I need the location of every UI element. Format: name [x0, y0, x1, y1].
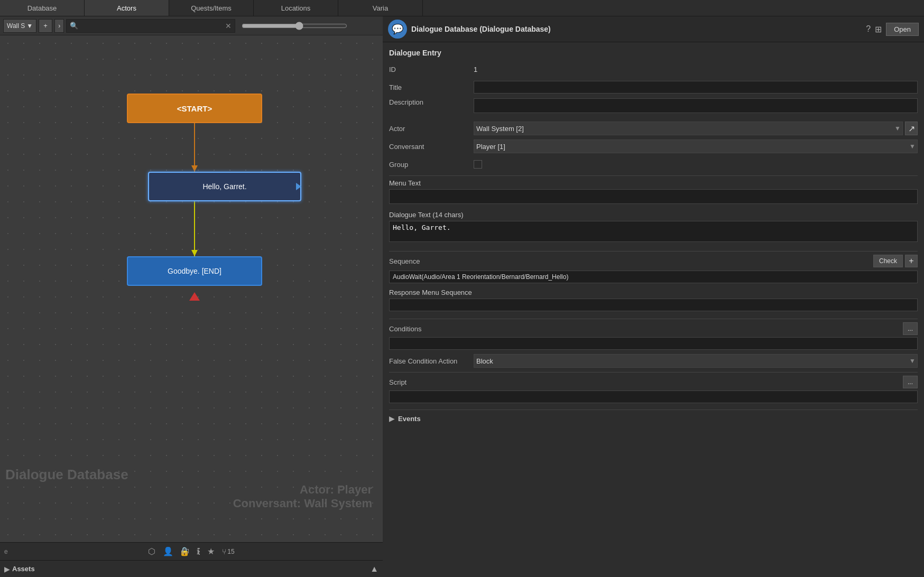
description-row: Description	[389, 98, 918, 117]
branch-count: ⑂ 15	[222, 547, 234, 556]
events-section[interactable]: ▶ Events	[389, 410, 918, 427]
branch-count-value: 15	[227, 548, 234, 555]
add-conversation-button[interactable]: +	[39, 19, 52, 33]
node-start-label: <START>	[177, 104, 212, 113]
assets-chevron-icon[interactable]: ▶	[4, 565, 10, 573]
sequence-input[interactable]: AudioWait(Audio/Area 1 Reorientation/Ber…	[389, 271, 918, 283]
canvas-area[interactable]: <START> Hello, Garret. Goodbye. [END] Di…	[0, 35, 383, 542]
conversant-select[interactable]: Player [1]	[474, 139, 918, 153]
close-icon[interactable]: ✕	[225, 22, 232, 30]
conditions-input[interactable]	[389, 337, 918, 350]
id-value: 1	[474, 66, 918, 73]
actor-label: Actor	[389, 125, 474, 133]
title-input[interactable]	[474, 81, 918, 94]
description-input[interactable]	[474, 98, 918, 113]
canvas-toolbar: Wall S ▼ + › 🔍 ✕	[0, 16, 383, 35]
search-input[interactable]	[80, 22, 225, 30]
tab-locations-label: Locations	[281, 4, 311, 12]
assets-up-arrow-icon[interactable]: ▲	[370, 564, 378, 574]
script-button[interactable]: ...	[903, 376, 918, 388]
canvas-bottom-bar: e 🔒 ⋮ ⬡ 👤 🏷 ℹ ★ ⑂ 15	[0, 542, 383, 560]
group-label: Group	[389, 161, 474, 169]
conditions-row: Conditions ...	[389, 322, 918, 335]
title-label: Title	[389, 83, 474, 91]
nav-forward-button[interactable]: ›	[54, 19, 64, 33]
script-row: Script ...	[389, 376, 918, 388]
divider-2	[389, 251, 918, 252]
response-menu-label: Response Menu Sequence	[389, 288, 918, 296]
sequence-check-button[interactable]: Check	[873, 255, 903, 267]
id-label: ID	[389, 66, 474, 73]
actor-plus-button[interactable]: ↗	[905, 122, 918, 135]
right-header: 💬 Dialogue Database (Dialogue Database) …	[383, 16, 924, 42]
sequence-plus-button[interactable]: +	[905, 255, 918, 267]
script-input[interactable]	[389, 390, 918, 403]
tab-database[interactable]: Database	[0, 0, 85, 16]
divider-3	[389, 319, 918, 319]
dialogue-db-icon: 💬	[388, 20, 407, 39]
people-icon[interactable]: 👤	[163, 546, 173, 556]
group-row: Group	[389, 157, 918, 171]
dialogue-text-input[interactable]: Hello, Garret.	[389, 221, 918, 242]
watermark: Dialogue Database Actor: Player Conversa…	[0, 467, 383, 510]
tab-actors-label: Actors	[117, 4, 136, 12]
menu-text-title: Menu Text	[389, 179, 918, 187]
node-goodbye[interactable]: Goodbye. [END]	[127, 256, 262, 286]
conditions-button[interactable]: ...	[903, 322, 918, 335]
id-row: ID 1	[389, 62, 918, 76]
script-label: Script	[389, 378, 903, 386]
description-label: Description	[389, 98, 474, 106]
info-icon[interactable]: ℹ	[197, 546, 200, 556]
watermark-conversant: Conversant: Wall System	[233, 497, 383, 510]
conversation-dropdown-label: Wall S	[7, 22, 25, 30]
tab-quests-label: Quests/Items	[191, 4, 232, 12]
conversation-dropdown[interactable]: Wall S ▼	[3, 19, 36, 33]
dialogue-text-title: Dialogue Text (14 chars)	[389, 211, 918, 219]
tab-database-label: Database	[27, 4, 57, 12]
group-checkbox[interactable]	[474, 160, 482, 169]
tab-locations[interactable]: Locations	[254, 0, 338, 16]
canvas-panel: Wall S ▼ + › 🔍 ✕	[0, 16, 383, 577]
watermark-database: Dialogue Database	[5, 467, 128, 483]
events-chevron-icon: ▶	[389, 414, 395, 423]
open-button[interactable]: Open	[886, 23, 919, 36]
layout-button[interactable]: ⊞	[875, 24, 882, 34]
false-condition-select[interactable]: Block	[474, 354, 918, 368]
right-content: Dialogue Entry ID 1 Title Description Ac…	[383, 42, 924, 577]
sequence-label: Sequence	[389, 257, 871, 265]
false-condition-label: False Condition Action	[389, 357, 474, 365]
bottom-bar-text: e	[4, 548, 8, 555]
star-icon[interactable]: ★	[207, 546, 215, 556]
node-start[interactable]: <START>	[127, 94, 262, 123]
events-label: Events	[398, 415, 421, 423]
watermark-actor: Actor: Player	[300, 483, 383, 497]
tab-quests[interactable]: Quests/Items	[169, 0, 254, 16]
tab-varia-label: Varia	[373, 4, 388, 12]
title-row: Title	[389, 80, 918, 94]
menu-text-input[interactable]	[389, 189, 918, 204]
node-right-arrow	[296, 183, 301, 190]
right-header-title: Dialogue Database (Dialogue Database)	[411, 25, 862, 33]
top-tabs: Database Actors Quests/Items Locations V…	[0, 0, 924, 16]
actor-select[interactable]: Wall System [2]	[474, 122, 903, 135]
divider-1	[389, 175, 918, 176]
branch-icon: ⑂	[222, 547, 226, 556]
section-title: Dialogue Entry	[389, 49, 918, 57]
header-icons: ? ⊞ Open	[866, 23, 919, 36]
right-panel: 💬 Dialogue Database (Dialogue Database) …	[383, 16, 924, 577]
tag-icon[interactable]: 🏷	[181, 547, 189, 556]
node-hello-label: Hello, Garret.	[202, 182, 246, 191]
assets-label: Assets	[12, 565, 35, 573]
search-icon: 🔍	[70, 22, 78, 30]
response-menu-input[interactable]	[389, 299, 918, 311]
zoom-slider[interactable]	[242, 22, 347, 30]
node-goodbye-label: Goodbye. [END]	[168, 267, 221, 275]
help-button[interactable]: ?	[866, 24, 871, 34]
tab-varia[interactable]: Varia	[338, 0, 423, 16]
conversant-label: Conversant	[389, 143, 474, 151]
tab-actors[interactable]: Actors	[85, 0, 169, 16]
node-hello[interactable]: Hello, Garret.	[148, 172, 301, 201]
export-icon[interactable]: ⬡	[148, 546, 155, 556]
false-condition-select-wrapper: Block ▼	[474, 354, 918, 368]
actor-row: Actor Wall System [2] ▼ ↗	[389, 122, 918, 135]
